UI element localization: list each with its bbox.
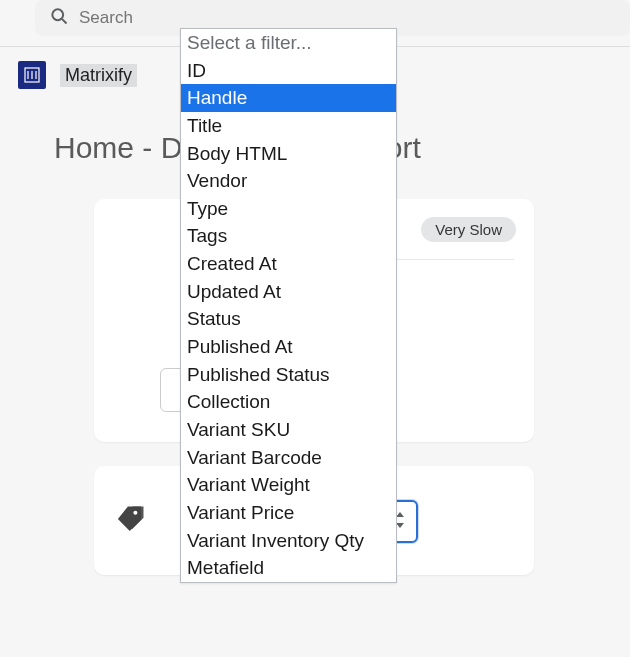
dropdown-option[interactable]: Collection [181,388,396,416]
dropdown-option[interactable]: Status [181,305,396,333]
dropdown-option[interactable]: Body HTML [181,140,396,168]
dropdown-option[interactable]: Tags [181,222,396,250]
filter-dropdown[interactable]: Select a filter...IDHandleTitleBody HTML… [180,28,397,583]
dropdown-option[interactable]: Variant Barcode [181,444,396,472]
app-name[interactable]: Matrixify [60,64,137,87]
dropdown-placeholder[interactable]: Select a filter... [181,29,396,57]
dropdown-option[interactable]: Variant Inventory Qty [181,527,396,555]
dropdown-option[interactable]: Type [181,195,396,223]
speed-badge: Very Slow [421,217,516,242]
dropdown-option[interactable]: Title [181,112,396,140]
svg-point-6 [133,511,137,515]
app-icon [18,61,46,89]
svg-line-1 [62,19,67,24]
dropdown-option[interactable]: Handle [181,84,396,112]
dropdown-option[interactable]: ID [181,57,396,85]
dropdown-option[interactable]: Created At [181,250,396,278]
dropdown-option[interactable]: Metafield [181,554,396,582]
dropdown-option[interactable]: Vendor [181,167,396,195]
dropdown-option[interactable]: Published At [181,333,396,361]
dropdown-option[interactable]: Variant Price [181,499,396,527]
dropdown-option[interactable]: Variant SKU [181,416,396,444]
search-input[interactable] [79,8,616,28]
tag-icon [116,504,146,534]
dropdown-option[interactable]: Published Status [181,361,396,389]
dropdown-option[interactable]: Variant Weight [181,471,396,499]
svg-point-0 [52,9,63,20]
search-icon [49,6,69,30]
dropdown-option[interactable]: Updated At [181,278,396,306]
